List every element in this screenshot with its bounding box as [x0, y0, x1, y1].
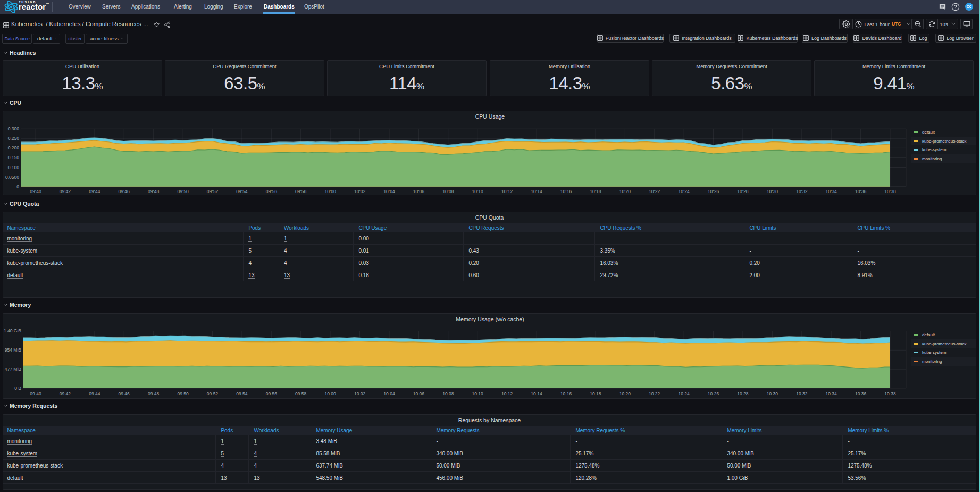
- svg-text:10:26: 10:26: [708, 189, 719, 194]
- svg-text:10:18: 10:18: [590, 189, 601, 194]
- svg-text:0.300: 0.300: [8, 126, 20, 131]
- svg-text:10:04: 10:04: [383, 189, 395, 194]
- svg-text:10:16: 10:16: [560, 189, 572, 194]
- svg-text:09:44: 09:44: [89, 391, 100, 396]
- svg-text:10:00: 10:00: [324, 391, 336, 396]
- svg-text:10:22: 10:22: [649, 189, 660, 194]
- svg-text:09:42: 09:42: [60, 391, 71, 396]
- svg-text:09:56: 09:56: [266, 189, 278, 194]
- svg-text:10:28: 10:28: [737, 189, 749, 194]
- svg-text:09:58: 09:58: [295, 391, 307, 396]
- svg-text:10:10: 10:10: [472, 391, 484, 396]
- svg-text:0.100: 0.100: [8, 165, 20, 170]
- svg-text:10:26: 10:26: [708, 391, 719, 396]
- svg-text:10:20: 10:20: [619, 189, 631, 194]
- svg-text:10:18: 10:18: [590, 391, 601, 396]
- svg-text:10:06: 10:06: [413, 189, 425, 194]
- svg-text:0.150: 0.150: [8, 155, 20, 160]
- svg-text:10:14: 10:14: [531, 391, 542, 396]
- svg-text:10:04: 10:04: [383, 391, 395, 396]
- svg-text:10:24: 10:24: [678, 391, 690, 396]
- svg-text:10:28: 10:28: [737, 391, 749, 396]
- svg-text:10:36: 10:36: [855, 391, 867, 396]
- svg-text:10:08: 10:08: [442, 189, 454, 194]
- svg-text:10:16: 10:16: [560, 391, 572, 396]
- svg-text:10:14: 10:14: [531, 189, 542, 194]
- svg-text:10:32: 10:32: [796, 189, 808, 194]
- svg-text:0: 0: [16, 184, 19, 189]
- svg-text:10:10: 10:10: [472, 189, 484, 194]
- svg-text:09:52: 09:52: [207, 189, 219, 194]
- svg-text:09:40: 09:40: [30, 391, 41, 396]
- svg-text:09:40: 09:40: [30, 189, 41, 194]
- svg-text:10:32: 10:32: [796, 391, 808, 396]
- svg-text:10:24: 10:24: [678, 189, 690, 194]
- svg-text:1.40 GiB: 1.40 GiB: [4, 328, 21, 333]
- svg-text:10:38: 10:38: [884, 391, 896, 396]
- svg-text:09:44: 09:44: [89, 189, 100, 194]
- svg-text:09:42: 09:42: [60, 189, 71, 194]
- svg-text:09:50: 09:50: [177, 391, 189, 396]
- svg-text:10:30: 10:30: [767, 391, 778, 396]
- svg-text:10:06: 10:06: [413, 391, 425, 396]
- svg-text:09:54: 09:54: [236, 189, 248, 194]
- svg-text:10:36: 10:36: [855, 189, 867, 194]
- svg-text:09:48: 09:48: [148, 189, 160, 194]
- svg-text:954 MiB: 954 MiB: [5, 347, 22, 353]
- svg-text:10:20: 10:20: [619, 391, 631, 396]
- svg-text:09:48: 09:48: [148, 391, 160, 396]
- svg-text:09:58: 09:58: [295, 189, 307, 194]
- svg-text:10:38: 10:38: [884, 189, 896, 194]
- svg-text:0 B: 0 B: [14, 386, 21, 391]
- svg-text:10:02: 10:02: [354, 391, 366, 396]
- svg-text:CPU Usage: CPU Usage: [475, 113, 505, 120]
- svg-text:09:46: 09:46: [119, 189, 130, 194]
- svg-text:10:22: 10:22: [649, 391, 660, 396]
- svg-text:09:50: 09:50: [177, 189, 189, 194]
- svg-text:09:46: 09:46: [119, 391, 130, 396]
- svg-text:0.250: 0.250: [8, 136, 20, 141]
- svg-text:10:12: 10:12: [501, 391, 513, 396]
- svg-text:10:12: 10:12: [501, 189, 513, 194]
- svg-text:10:34: 10:34: [826, 391, 837, 396]
- svg-text:10:30: 10:30: [767, 189, 778, 194]
- svg-text:Memory Usage (w/o cache): Memory Usage (w/o cache): [456, 316, 524, 322]
- svg-text:09:56: 09:56: [266, 391, 278, 396]
- svg-text:10:00: 10:00: [324, 189, 336, 194]
- svg-text:09:52: 09:52: [207, 391, 219, 396]
- svg-text:09:54: 09:54: [236, 391, 248, 396]
- svg-text:10:02: 10:02: [354, 189, 366, 194]
- svg-text:10:08: 10:08: [442, 391, 454, 396]
- svg-text:477 MiB: 477 MiB: [5, 366, 22, 372]
- svg-text:10:34: 10:34: [826, 189, 837, 194]
- svg-text:0.0500: 0.0500: [5, 174, 19, 180]
- svg-text:0.200: 0.200: [8, 145, 20, 151]
